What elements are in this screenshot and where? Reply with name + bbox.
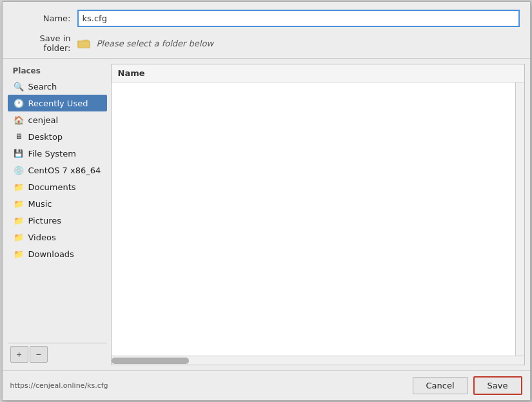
sidebar-item-label: Documents [28, 182, 76, 192]
sidebar-item-pictures[interactable]: Pictures [8, 212, 107, 229]
sidebar-item-label: Downloads [28, 249, 74, 259]
sidebar-item-recently-used[interactable]: Recently Used [8, 95, 107, 111]
sidebar-item-label: Desktop [28, 132, 63, 142]
footer-url-text: https://cenjeal.online/ks.cfg [10, 381, 408, 390]
sidebar-item-label: cenjeal [28, 115, 59, 125]
folder-icon [13, 198, 25, 209]
remove-bookmark-button[interactable]: − [30, 346, 48, 363]
svg-rect-0 [77, 41, 89, 48]
places-buttons: + − [8, 343, 107, 365]
places-list: Search Recently Used cenjeal Desktop [8, 78, 107, 343]
sidebar-item-label: Pictures [28, 216, 61, 225]
recent-icon [13, 97, 25, 109]
save-file-dialog: Name: Save in folder: Please select a fo… [2, 1, 531, 401]
sidebar-item-label: Videos [28, 233, 56, 242]
sidebar-item-centos[interactable]: CentOS 7 x86_64 [8, 162, 107, 178]
folder-label: Save in folder: [13, 34, 71, 53]
places-panel: Places Search Recently Used cenjeal [8, 64, 107, 365]
files-list [112, 82, 515, 356]
folder-row: Save in folder: Please select a folder b… [13, 34, 520, 53]
files-panel: Name [111, 64, 525, 365]
files-column-header: Name [112, 64, 524, 82]
folder-placeholder-text: Please select a folder below [97, 39, 214, 48]
scrollbar-thumb [112, 358, 189, 364]
home-icon [13, 114, 25, 126]
horizontal-scrollbar[interactable] [112, 356, 524, 365]
sidebar-item-label: Music [28, 199, 52, 209]
vertical-scrollbar[interactable] [515, 82, 524, 356]
files-content-area [112, 82, 524, 356]
save-button[interactable]: Save [473, 376, 522, 395]
filename-input[interactable] [77, 10, 520, 27]
folder-icon [13, 231, 25, 243]
sidebar-item-cenjeal[interactable]: cenjeal [8, 111, 107, 128]
sidebar-item-file-system[interactable]: File System [8, 145, 107, 162]
sidebar-item-music[interactable]: Music [8, 195, 107, 212]
filesystem-icon [13, 148, 25, 159]
sidebar-item-downloads[interactable]: Downloads [8, 245, 107, 262]
places-title: Places [8, 64, 107, 78]
dialog-header: Name: Save in folder: Please select a fo… [3, 2, 530, 59]
sidebar-item-label: Search [28, 82, 57, 91]
folder-icon [77, 37, 90, 49]
name-label: Name: [13, 14, 71, 23]
sidebar-item-label: File System [28, 149, 76, 158]
folder-icon [13, 215, 25, 226]
folder-icon [13, 181, 25, 193]
disk-icon [13, 164, 25, 176]
cancel-button[interactable]: Cancel [413, 377, 468, 394]
sidebar-item-label: CentOS 7 x86_64 [28, 166, 101, 175]
sidebar-item-label: Recently Used [28, 99, 88, 108]
dialog-body: Places Search Recently Used cenjeal [3, 59, 530, 370]
dialog-footer: https://cenjeal.online/ks.cfg Cancel Sav… [3, 370, 530, 400]
folder-icon [13, 248, 25, 260]
sidebar-item-search[interactable]: Search [8, 78, 107, 95]
add-bookmark-button[interactable]: + [10, 346, 28, 363]
sidebar-item-documents[interactable]: Documents [8, 178, 107, 195]
sidebar-item-videos[interactable]: Videos [8, 229, 107, 245]
search-icon [13, 81, 25, 92]
desktop-icon [13, 131, 25, 142]
sidebar-item-desktop[interactable]: Desktop [8, 128, 107, 145]
name-row: Name: [13, 10, 520, 27]
